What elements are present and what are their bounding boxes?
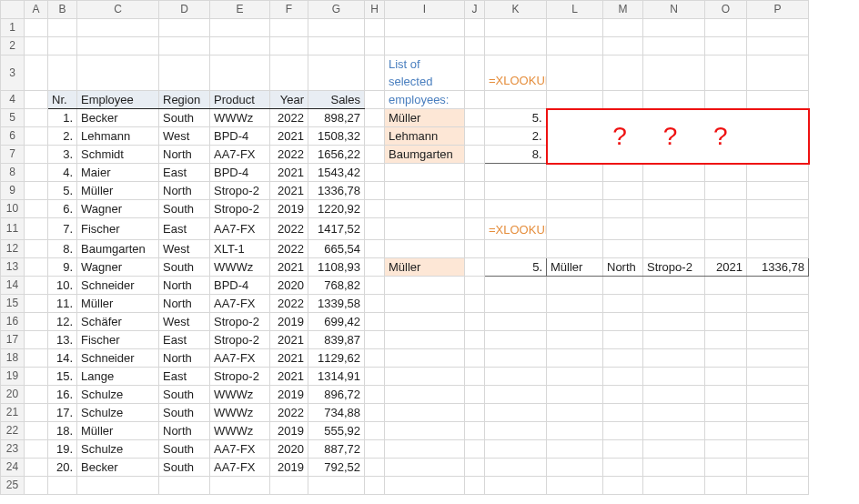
cell[interactable] bbox=[547, 164, 603, 182]
row-header-16[interactable]: 16 bbox=[1, 313, 25, 331]
cell-I9[interactable] bbox=[385, 182, 465, 200]
cell[interactable] bbox=[705, 331, 747, 349]
cell[interactable] bbox=[603, 386, 643, 404]
cell[interactable] bbox=[643, 218, 705, 240]
cell-nr[interactable]: 13. bbox=[48, 331, 77, 349]
cell-employee[interactable]: Schneider bbox=[77, 349, 159, 368]
cell-year[interactable]: 2022 bbox=[270, 218, 308, 240]
cell-nr[interactable]: 12. bbox=[48, 313, 77, 331]
col-header-D[interactable]: D bbox=[159, 1, 210, 19]
cell-region[interactable]: West bbox=[159, 127, 210, 146]
cell-sales[interactable]: 1543,42 bbox=[308, 164, 365, 182]
cell-employee[interactable]: Fischer bbox=[77, 331, 159, 349]
cell-region[interactable]: North bbox=[159, 277, 210, 295]
cell-nr[interactable]: 9. bbox=[48, 258, 77, 277]
cell[interactable] bbox=[308, 37, 365, 55]
cell[interactable] bbox=[365, 295, 385, 313]
cell-I6[interactable]: Lehmann bbox=[385, 127, 465, 146]
spreadsheet-grid[interactable]: A B C D E F G H I J K L M N O P 123List … bbox=[0, 0, 810, 495]
cell[interactable] bbox=[465, 459, 485, 477]
cell-region[interactable]: South bbox=[159, 440, 210, 459]
list-label[interactable]: List ofselected bbox=[385, 55, 465, 91]
cell[interactable] bbox=[159, 37, 210, 55]
cell[interactable] bbox=[705, 19, 747, 37]
cell-region[interactable]: West bbox=[159, 240, 210, 258]
cell[interactable] bbox=[365, 331, 385, 349]
cell[interactable] bbox=[643, 55, 705, 91]
cell-I5[interactable]: Müller bbox=[385, 109, 465, 127]
row-header-18[interactable]: 18 bbox=[1, 349, 25, 368]
cell[interactable] bbox=[705, 459, 747, 477]
single-res-n[interactable]: Stropo-2 bbox=[643, 258, 705, 277]
col-header-H[interactable]: H bbox=[365, 1, 385, 19]
header-employee[interactable]: Employee bbox=[77, 91, 159, 109]
row-header-6[interactable]: 6 bbox=[1, 127, 25, 146]
cell[interactable] bbox=[365, 127, 385, 146]
cell-nr[interactable]: 7. bbox=[48, 218, 77, 240]
cell[interactable] bbox=[547, 182, 603, 200]
cell-I21[interactable] bbox=[385, 404, 465, 422]
single-res-m[interactable]: North bbox=[603, 258, 643, 277]
cell[interactable] bbox=[485, 200, 547, 218]
cell[interactable] bbox=[25, 349, 48, 368]
cell[interactable] bbox=[705, 55, 747, 91]
cell[interactable] bbox=[48, 55, 77, 91]
cell[interactable] bbox=[465, 19, 485, 37]
cell-nr[interactable]: 14. bbox=[48, 349, 77, 368]
cell[interactable] bbox=[705, 313, 747, 331]
cell-sales[interactable]: 1220,92 bbox=[308, 200, 365, 218]
cell[interactable] bbox=[25, 477, 48, 495]
cell[interactable] bbox=[485, 295, 547, 313]
header-product[interactable]: Product bbox=[210, 91, 270, 109]
cell[interactable] bbox=[747, 240, 809, 258]
cell[interactable] bbox=[25, 277, 48, 295]
cell[interactable] bbox=[603, 19, 643, 37]
col-header-E[interactable]: E bbox=[210, 1, 270, 19]
cell[interactable] bbox=[643, 200, 705, 218]
cell-year[interactable]: 2022 bbox=[270, 295, 308, 313]
col-header-C[interactable]: C bbox=[77, 1, 159, 19]
cell-product[interactable]: BPD-4 bbox=[210, 164, 270, 182]
cell-employee[interactable]: Wagner bbox=[77, 200, 159, 218]
cell-year[interactable]: 2021 bbox=[270, 258, 308, 277]
cell-I15[interactable] bbox=[385, 295, 465, 313]
cell-sales[interactable]: 734,88 bbox=[308, 404, 365, 422]
cell[interactable] bbox=[365, 258, 385, 277]
cell[interactable] bbox=[603, 240, 643, 258]
cell[interactable] bbox=[747, 182, 809, 200]
cell[interactable] bbox=[25, 91, 48, 109]
cell[interactable] bbox=[25, 404, 48, 422]
cell[interactable] bbox=[547, 218, 603, 240]
cell[interactable] bbox=[603, 331, 643, 349]
cell-nr[interactable]: 18. bbox=[48, 422, 77, 440]
header-year[interactable]: Year bbox=[270, 91, 308, 109]
cell[interactable] bbox=[25, 19, 48, 37]
cell[interactable] bbox=[485, 19, 547, 37]
select-all-corner[interactable] bbox=[1, 1, 25, 19]
cell-nr[interactable]: 6. bbox=[48, 200, 77, 218]
row-header-22[interactable]: 22 bbox=[1, 422, 25, 440]
cell-year[interactable]: 2021 bbox=[270, 349, 308, 368]
cell-I11[interactable] bbox=[385, 218, 465, 240]
cell-nr[interactable]: 16. bbox=[48, 386, 77, 404]
cell[interactable] bbox=[747, 19, 809, 37]
cell[interactable] bbox=[547, 37, 603, 55]
cell-I23[interactable] bbox=[385, 440, 465, 459]
cell[interactable] bbox=[547, 295, 603, 313]
cell[interactable] bbox=[385, 19, 465, 37]
single-res-k[interactable]: 5. bbox=[485, 258, 547, 277]
cell-nr[interactable]: 17. bbox=[48, 404, 77, 422]
cell-region[interactable]: South bbox=[159, 459, 210, 477]
cell[interactable] bbox=[705, 422, 747, 440]
single-res-l[interactable]: Müller bbox=[547, 258, 603, 277]
cell[interactable] bbox=[603, 422, 643, 440]
row-header-17[interactable]: 17 bbox=[1, 331, 25, 349]
col-header-O[interactable]: O bbox=[705, 1, 747, 19]
cell[interactable] bbox=[465, 240, 485, 258]
cell[interactable] bbox=[603, 182, 643, 200]
cell[interactable] bbox=[747, 55, 809, 91]
cell[interactable] bbox=[465, 91, 485, 109]
cell[interactable] bbox=[365, 19, 385, 37]
cell[interactable] bbox=[747, 368, 809, 386]
cell-employee[interactable]: Becker bbox=[77, 459, 159, 477]
